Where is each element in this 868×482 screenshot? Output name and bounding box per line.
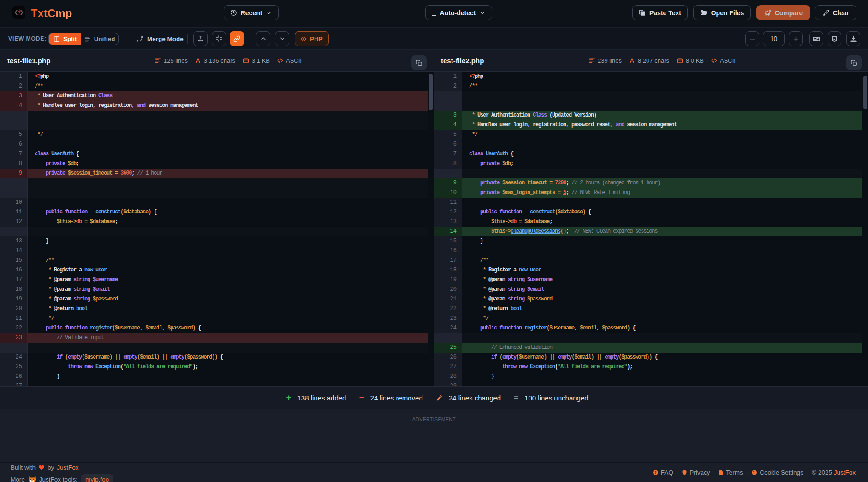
svg-text:?: ? (654, 470, 657, 475)
